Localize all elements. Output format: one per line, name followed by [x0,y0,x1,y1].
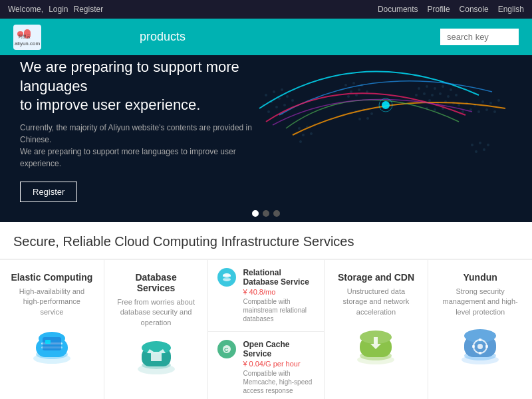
rds-info: Relational Database Service ¥ 40.8/mo Co… [243,268,314,323]
ocs-sub-service: C Open Cache Service ¥ 0.04/G per hour C… [208,332,323,399]
svg-rect-98 [479,338,481,341]
database-desc: Free from worries about database securit… [115,297,198,328]
carousel-dot-1[interactable] [252,210,259,217]
nav-products-label[interactable]: products [140,30,186,44]
svg-point-68 [382,101,390,109]
svg-rect-100 [472,345,475,348]
svg-rect-83 [223,275,231,277]
top-nav: Welcome, Login Register Documents Profil… [0,0,532,19]
logo-box: 阿里云 aliyun.com [13,25,41,50]
rds-desc: Compatible with mainstream relational da… [243,297,314,323]
hero-heading: We are preparing to support more languag… [20,58,273,115]
ocs-info: Open Cache Service ¥ 0.04/G per hour Com… [243,340,314,395]
console-link[interactable]: Console [460,5,489,14]
rds-icon-svg [221,272,232,283]
svg-text:C: C [224,346,229,353]
storage-desc: Unstructured data storage and network ac… [335,287,418,317]
yundun-title: Yundun [463,272,497,283]
storage-icon [352,324,400,365]
top-nav-right: Documents Profile Console English [378,5,524,14]
ocs-price: ¥ 0.04/G per hour [243,360,314,368]
language-link[interactable]: English [498,5,524,14]
database-services-card: Database Services Free from worries abou… [104,260,209,399]
rds-sub-service: Relational Database Service ¥ 40.8/mo Co… [208,260,323,332]
svg-text:阿里云: 阿里云 [19,35,31,39]
storage-title: Storage and CDN [338,272,414,283]
ocs-desc: Compatible with Memcache, high-speed acc… [243,369,314,395]
database-icon [132,334,180,376]
elastic-title: Elastic Computing [11,272,92,283]
search-input[interactable] [440,29,519,45]
storage-cdn-card: Storage and CDN Unstructured data storag… [325,260,429,399]
services-row: Elastic Computing High-availability and … [0,259,532,399]
elastic-icon [28,324,76,365]
elastic-computing-card: Elastic Computing High-availability and … [0,260,104,399]
register-link-top[interactable]: Register [74,5,104,14]
hero-description: Currently, the majority of Aliyun websit… [20,122,266,170]
login-link[interactable]: Login [49,5,68,14]
svg-rect-76 [43,337,61,350]
svg-rect-77 [45,340,51,344]
rds-title: Relational Database Service [243,268,314,287]
ocs-icon: C [217,340,236,358]
carousel-dots [0,205,532,222]
elastic-desc: High-availability and high-performance s… [11,287,93,317]
svg-rect-99 [479,352,481,354]
svg-rect-101 [485,345,488,348]
section-title: Secure, Reliable Cloud Computing Infrast… [0,222,532,259]
svg-rect-85 [223,277,231,279]
documents-link[interactable]: Documents [378,5,418,14]
aliyun-logo-icon: 阿里云 [17,27,37,41]
logo-text: aliyun.com [15,41,40,47]
rds-price: ¥ 40.8/mo [243,288,314,296]
logo-area: 阿里云 aliyun.com products [13,25,186,50]
hero-banner: We are preparing to support more languag… [0,55,532,205]
yundun-icon [456,324,504,365]
top-nav-left: Welcome, Login Register [8,5,103,14]
svg-point-97 [477,344,483,349]
yundun-card: Yundun Strong security management and hi… [428,260,532,399]
hero-content: We are preparing to support more languag… [0,55,293,205]
ocs-icon-svg: C [221,344,232,354]
register-button[interactable]: Register [20,182,77,202]
welcome-text: Welcome, [8,5,43,14]
carousel-dot-2[interactable] [263,210,269,217]
sub-services-card: Relational Database Service ¥ 40.8/mo Co… [208,260,324,399]
main-header: 阿里云 aliyun.com products [0,19,532,55]
yundun-desc: Strong security management and high-leve… [439,287,521,317]
database-title: Database Services [115,272,198,293]
profile-link[interactable]: Profile [428,5,450,14]
carousel-dot-3[interactable] [273,210,280,217]
ocs-title: Open Cache Service [243,340,314,358]
rds-icon [217,268,236,287]
